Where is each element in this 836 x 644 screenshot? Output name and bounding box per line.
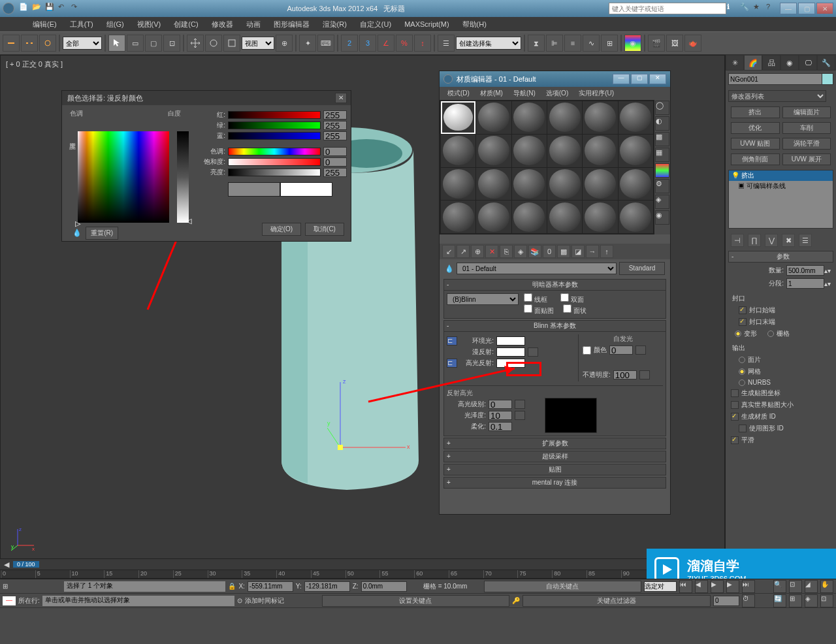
radio-mesh[interactable]	[739, 368, 745, 375]
blue-slider[interactable]	[228, 132, 321, 140]
val-slider[interactable]	[228, 169, 321, 176]
chk-genmat[interactable]	[731, 413, 739, 421]
manip-icon[interactable]: ✦	[299, 35, 316, 52]
opacity-spinner[interactable]	[613, 370, 637, 379]
color-field[interactable]: ▷	[78, 131, 169, 223]
mat-put-icon[interactable]: ↗	[457, 245, 470, 258]
unlink-icon[interactable]	[21, 35, 38, 52]
val-value[interactable]	[323, 168, 347, 177]
btn-optimize[interactable]: 优化	[731, 122, 780, 134]
chk-wire[interactable]	[524, 293, 532, 302]
mat-slot[interactable]	[476, 201, 511, 233]
mat-slot-1[interactable]	[441, 101, 475, 134]
chk-2side[interactable]	[560, 293, 569, 302]
stack-spline[interactable]: ▣ 可编辑样条线	[729, 181, 833, 191]
opacity-map[interactable]	[639, 370, 650, 379]
object-name[interactable]	[728, 73, 826, 85]
mat-slot[interactable]	[476, 135, 511, 167]
radio-patch[interactable]	[739, 357, 745, 363]
spinner-snap-icon[interactable]: ↕	[414, 35, 431, 52]
mat-maximize[interactable]: ▢	[631, 74, 648, 84]
mat-slot[interactable]	[619, 168, 653, 201]
red-slider[interactable]	[228, 111, 321, 119]
mat-matid2-icon[interactable]: 0	[543, 245, 556, 258]
tab-hierarchy[interactable]: 品	[762, 55, 780, 71]
mat-gosibling-icon[interactable]: →	[586, 245, 599, 258]
chk-selfillum[interactable]	[583, 346, 591, 355]
mat-slot[interactable]	[547, 101, 582, 134]
chk-useshape[interactable]	[739, 425, 747, 432]
mat-menu-modes[interactable]: 模式(D)	[442, 89, 475, 98]
diffuse-map-btn[interactable]	[528, 347, 538, 357]
help-search[interactable]	[609, 3, 726, 14]
tab-utilities[interactable]: 🔧	[817, 55, 835, 71]
mat-slot[interactable]	[619, 135, 653, 167]
radio-nurbs[interactable]	[739, 379, 745, 386]
selection-filter[interactable]: 全部	[63, 37, 102, 50]
cancel-button[interactable]: 取消(C)	[305, 223, 344, 236]
material-editor-icon[interactable]: ◉	[624, 35, 641, 52]
chk-facemap[interactable]	[524, 304, 532, 313]
mat-unique-icon[interactable]: ◈	[514, 245, 527, 258]
blue-value[interactable]	[323, 131, 347, 140]
btn-lathe[interactable]: 车削	[782, 122, 831, 134]
select-name-icon[interactable]: ▭	[127, 35, 144, 52]
mat-menu-util[interactable]: 实用程序(U)	[573, 89, 619, 98]
rollout-params[interactable]: -参数	[728, 251, 833, 263]
chk-realworld[interactable]	[731, 401, 739, 409]
shader-dropdown[interactable]: (B)Blinn	[447, 293, 519, 305]
save-icon[interactable]: 💾	[45, 3, 57, 14]
snap-percent-icon[interactable]: %	[396, 35, 413, 52]
named-sel-btn[interactable]: ☰	[438, 35, 455, 52]
goto-start-icon[interactable]: ⏮	[679, 580, 692, 593]
chk-capstart[interactable]	[739, 306, 747, 314]
mat-bg-icon[interactable]: ▩	[655, 132, 669, 146]
mat-slot[interactable]	[441, 168, 475, 201]
btn-editpatch[interactable]: 编辑面片	[782, 106, 831, 118]
maximize-button[interactable]: ▢	[798, 3, 815, 14]
mat-slot[interactable]	[512, 101, 547, 134]
mirror-icon[interactable]: ⧗	[528, 35, 545, 52]
rollout-supersample[interactable]: 超级采样	[443, 451, 666, 462]
pin-stack-icon[interactable]: ⊣	[731, 234, 744, 247]
chk-genmap[interactable]	[731, 389, 739, 397]
select-window-icon[interactable]: ⊡	[163, 35, 180, 52]
material-type-button[interactable]: Standard	[619, 262, 665, 275]
tab-display[interactable]: 🖵	[799, 55, 817, 71]
mat-putlib-icon[interactable]: 📚	[528, 245, 541, 258]
red-value[interactable]	[323, 110, 347, 120]
mat-reset-icon[interactable]: ✕	[485, 245, 498, 258]
mat-slot[interactable]	[476, 101, 511, 134]
snap-angle-icon[interactable]: ∠	[378, 35, 394, 52]
green-slider[interactable]	[228, 121, 321, 129]
mat-menu-material[interactable]: 材质(M)	[475, 89, 508, 98]
pivot-icon[interactable]: ⊕	[276, 35, 293, 52]
render-frame-icon[interactable]: 🖼	[666, 35, 683, 52]
menu-help[interactable]: 帮助(H)	[456, 20, 493, 29]
hue-value[interactable]	[323, 147, 347, 156]
menu-rendering[interactable]: 渲染(R)	[316, 20, 353, 29]
mat-showend-icon[interactable]: ◪	[571, 245, 585, 258]
mat-options-icon[interactable]: ⚙	[655, 179, 669, 193]
timeline[interactable]: ◀ 0 / 100 ▶ 0510152025303540455055606570…	[0, 559, 725, 579]
next-frame-icon[interactable]: ▶	[726, 580, 739, 593]
remove-mod-icon[interactable]: ✖	[782, 234, 795, 247]
green-value[interactable]	[323, 121, 347, 130]
menu-views[interactable]: 视图(V)	[131, 20, 168, 29]
mat-menu-nav[interactable]: 导航(N)	[508, 89, 541, 98]
minimize-button[interactable]: —	[780, 3, 797, 14]
rollout-shader[interactable]: 明暗器基本参数	[443, 279, 666, 291]
link-icon[interactable]	[3, 35, 20, 52]
mat-title-bar[interactable]: 材质编辑器 - 01 - Default — ▢ ✕	[440, 71, 670, 87]
tool-icon[interactable]: 🔧	[740, 3, 752, 14]
undo-icon[interactable]: ↶	[58, 3, 70, 14]
mat-showmap-icon[interactable]: ▩	[557, 245, 570, 258]
ambient-swatch[interactable]	[496, 336, 525, 346]
rollout-mentalray[interactable]: mental ray 连接	[443, 477, 666, 489]
material-name[interactable]: 01 - Default	[457, 263, 617, 274]
star-icon[interactable]: ★	[753, 3, 765, 14]
mat-slot[interactable]	[441, 201, 475, 233]
question-icon[interactable]: ?	[766, 3, 778, 14]
btn-turbosmooth[interactable]: 涡轮平滑	[782, 138, 831, 150]
mat-slot[interactable]	[619, 101, 653, 134]
